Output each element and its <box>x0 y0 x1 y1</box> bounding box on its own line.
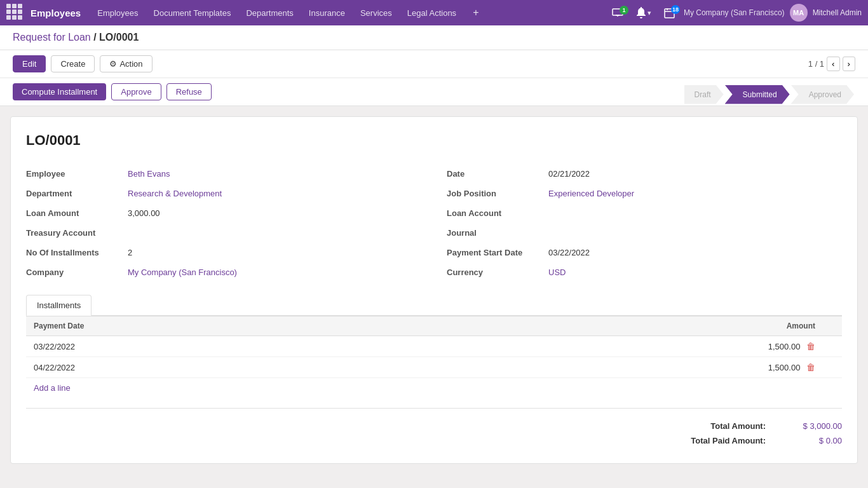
compute-installment-button[interactable]: Compute Installment <box>13 83 106 100</box>
apps-menu-icon[interactable] <box>6 4 24 22</box>
total-row-0: Total Amount: $ 3,000.00 <box>26 419 842 433</box>
status-pipeline: Draft Submitted Approved <box>684 85 855 104</box>
field-journal: Journal <box>447 223 842 243</box>
label-no-installments: No Of Installments <box>26 248 128 257</box>
top-nav-right: 1 ▾ 18 My Company (San Francisco) MA Mit… <box>608 4 862 22</box>
delete-row-icon-1[interactable]: 🗑 <box>806 362 815 372</box>
action-button[interactable]: ⚙ Action <box>100 55 152 72</box>
breadcrumb-separator: / <box>93 32 99 43</box>
nav-legal-actions[interactable]: Legal Actions <box>400 0 464 25</box>
col-amount: Amount <box>435 316 823 336</box>
breadcrumb-current: LO/0001 <box>99 32 139 43</box>
cell-date-1: 04/22/2022 <box>26 357 435 378</box>
add-line-link[interactable]: Add a line <box>26 378 842 398</box>
pager-count: 1 / 1 <box>808 59 824 69</box>
total-value-0: $ 3,000.00 <box>778 421 842 431</box>
value-payment-start-date: 03/22/2022 <box>548 248 590 257</box>
record-title: LO/0001 <box>26 132 842 149</box>
nav-services[interactable]: Services <box>353 0 400 25</box>
label-employee: Employee <box>26 169 128 179</box>
breadcrumb-parent[interactable]: Request for Loan <box>13 32 91 43</box>
tabs-list: Installments <box>26 295 842 316</box>
cell-action-0 <box>823 336 842 357</box>
label-loan-account: Loan Account <box>447 208 548 218</box>
field-payment-start-date: Payment Start Date 03/22/2022 <box>447 243 842 262</box>
cell-date-0: 03/22/2022 <box>26 336 435 357</box>
breadcrumb: Request for Loan / LO/0001 <box>13 32 139 43</box>
right-fields: Date 02/21/2022 Job Position Experienced… <box>447 164 842 282</box>
label-date: Date <box>447 169 548 179</box>
label-currency: Currency <box>447 268 548 277</box>
refuse-button[interactable]: Refuse <box>166 83 212 100</box>
table-row: 04/22/2022 1,500.00 🗑 <box>26 357 842 378</box>
total-label-0: Total Amount: <box>664 421 766 431</box>
field-loan-account: Loan Account <box>447 203 842 223</box>
installments-table: Payment Date Amount 03/22/2022 1,500.00 … <box>26 316 842 378</box>
screen-badge: 1 <box>620 6 628 15</box>
value-company[interactable]: My Company (San Francisco) <box>128 268 237 277</box>
value-department[interactable]: Research & Development <box>128 189 222 198</box>
avatar[interactable]: MA <box>790 4 808 22</box>
field-loan-amount: Loan Amount 3,000.00 <box>26 203 421 223</box>
action-label: Action <box>119 59 142 69</box>
value-loan-amount: 3,000.00 <box>128 208 160 218</box>
nav-document-templates[interactable]: Document Templates <box>146 0 239 25</box>
breadcrumb-bar: Request for Loan / LO/0001 <box>0 25 868 50</box>
total-value-1: $ 0.00 <box>778 436 842 445</box>
nav-employees[interactable]: Employees <box>90 0 146 25</box>
value-no-installments: 2 <box>128 248 132 257</box>
value-job-position[interactable]: Experienced Developer <box>548 189 634 198</box>
totals-section: Total Amount: $ 3,000.00 Total Paid Amou… <box>26 408 842 448</box>
col-payment-date: Payment Date <box>26 316 435 336</box>
pager-prev[interactable]: ‹ <box>827 57 839 71</box>
tab-installments[interactable]: Installments <box>26 295 92 316</box>
label-job-position: Job Position <box>447 189 548 198</box>
total-row-1: Total Paid Amount: $ 0.00 <box>26 433 842 448</box>
field-employee: Employee Beth Evans <box>26 164 421 184</box>
label-payment-start-date: Payment Start Date <box>447 248 548 257</box>
bell-icon[interactable]: ▾ <box>632 7 655 18</box>
label-company: Company <box>26 268 128 277</box>
pager: 1 / 1 ‹ › <box>808 57 855 71</box>
cell-action-1 <box>823 357 842 378</box>
gear-icon: ⚙ <box>109 59 117 69</box>
label-loan-amount: Loan Amount <box>26 208 128 218</box>
value-date: 02/21/2022 <box>548 169 590 179</box>
label-treasury-account: Treasury Account <box>26 228 128 238</box>
add-menu-button[interactable]: + <box>468 0 484 25</box>
username: Mitchell Admin <box>813 8 862 17</box>
calendar-badge: 18 <box>671 5 680 14</box>
calendar-icon[interactable]: 18 <box>660 8 679 18</box>
action-bar: Edit Create ⚙ Action 1 / 1 ‹ › <box>0 50 868 78</box>
nav-departments[interactable]: Departments <box>238 0 301 25</box>
company-name[interactable]: My Company (San Francisco) <box>684 8 785 17</box>
form-fields: Employee Beth Evans Department Research … <box>26 164 842 282</box>
brand-title: Employees <box>31 8 81 18</box>
cell-amount-0: 1,500.00 🗑 <box>435 336 823 357</box>
nav-insurance[interactable]: Insurance <box>301 0 353 25</box>
tabs-container: Installments Payment Date Amount 03/22/2… <box>26 295 842 448</box>
label-department: Department <box>26 189 128 198</box>
field-company: Company My Company (San Francisco) <box>26 262 421 282</box>
pipeline-step-approved[interactable]: Approved <box>791 85 854 104</box>
delete-row-icon-0[interactable]: 🗑 <box>806 341 815 351</box>
pager-next[interactable]: › <box>843 57 855 71</box>
field-job-position: Job Position Experienced Developer <box>447 184 842 203</box>
value-currency[interactable]: USD <box>548 268 566 277</box>
field-no-installments: No Of Installments 2 <box>26 243 421 262</box>
pipeline-step-submitted[interactable]: Submitted <box>725 85 790 104</box>
label-journal: Journal <box>447 228 548 238</box>
edit-button[interactable]: Edit <box>13 55 46 72</box>
value-employee[interactable]: Beth Evans <box>128 169 170 179</box>
content-area: LO/0001 Employee Beth Evans Department R… <box>0 106 868 473</box>
field-date: Date 02/21/2022 <box>447 164 842 184</box>
table-row: 03/22/2022 1,500.00 🗑 <box>26 336 842 357</box>
screen-icon[interactable]: 1 <box>608 8 627 17</box>
approve-button[interactable]: Approve <box>111 83 161 100</box>
field-treasury-account: Treasury Account <box>26 223 421 243</box>
top-navigation: Employees Employees Document Templates D… <box>0 0 868 25</box>
pipeline-step-draft[interactable]: Draft <box>684 85 724 104</box>
main-menu: Employees Document Templates Departments… <box>90 0 464 25</box>
cell-amount-1: 1,500.00 🗑 <box>435 357 823 378</box>
create-button[interactable]: Create <box>51 55 95 72</box>
